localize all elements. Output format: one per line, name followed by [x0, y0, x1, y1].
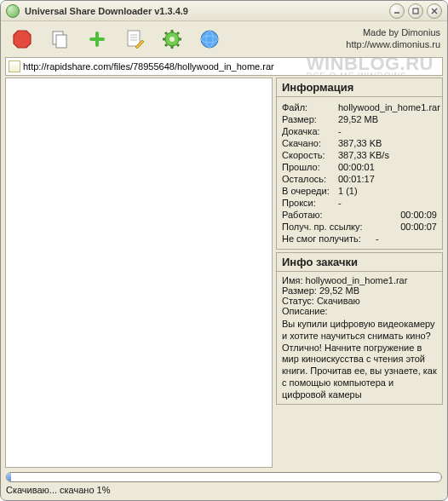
value-resume: -: [338, 126, 437, 136]
right-pane: Информация Файл:hollywood_in_home1.rar Р…: [276, 78, 443, 468]
main-area: Информация Файл:hollywood_in_home1.rar Р…: [5, 78, 443, 468]
watermark-main: WINBLOG.RU: [307, 57, 434, 74]
label-queue: В очереди:: [282, 186, 338, 196]
job-status-value: Скачиваю: [317, 296, 360, 306]
app-window: Universal Share Downloader v1.3.4.9: [0, 0, 448, 501]
label-remaining: Осталось:: [282, 174, 338, 184]
value-working: 00:00:09: [400, 210, 437, 220]
label-failed: Не смог получить:: [282, 233, 376, 244]
job-name-label: Имя:: [282, 275, 302, 285]
value-elapsed: 00:00:01: [338, 162, 437, 172]
label-downloaded: Скачано:: [282, 138, 338, 148]
left-pane[interactable]: [5, 78, 273, 468]
job-size-value: 29,52 MB: [319, 285, 359, 296]
info-panel-body: Файл:hollywood_in_home1.rar Размер:29,52…: [277, 97, 442, 249]
url-entry-text: http://rapidshare.com/files/78955648/hol…: [23, 61, 274, 72]
maximize-icon: [411, 7, 420, 15]
svg-rect-1: [413, 9, 418, 14]
job-panel: Инфо закачки Имя: hollywood_in_home1.rar…: [276, 252, 443, 405]
status-text: Скачиваю... скачано 1%: [6, 485, 442, 495]
web-button[interactable]: [195, 25, 224, 54]
window-title: Universal Share Downloader v1.3.4.9: [25, 6, 386, 16]
document-icon: [9, 60, 20, 72]
svg-line-22: [177, 32, 179, 34]
job-panel-body: Имя: hollywood_in_home1.rar Размер: 29,5…: [277, 272, 442, 404]
author-url[interactable]: http://www.dimonius.ru: [346, 39, 440, 49]
stop-button[interactable]: [8, 25, 37, 54]
close-button[interactable]: [427, 3, 442, 19]
svg-rect-6: [56, 35, 66, 48]
document-pencil-icon: [123, 28, 146, 50]
job-description: Вы купили цифровую видеокамеру и хотите …: [282, 319, 437, 400]
label-elapsed: Прошло:: [282, 162, 338, 172]
svg-rect-8: [89, 37, 105, 41]
label-file: Файл:: [282, 102, 338, 112]
svg-rect-9: [128, 31, 140, 46]
minimize-icon: [393, 7, 401, 15]
value-size: 29,52 MB: [338, 114, 437, 124]
value-queue: 1 (1): [338, 186, 437, 196]
bottom-bar: Скачиваю... скачано 1%: [1, 469, 447, 500]
watermark-sub: ВСЕ О MS WINDOWS: [307, 72, 434, 76]
toolbar: Made by Dimonius http://www.dimonius.ru: [1, 21, 447, 57]
url-list[interactable]: http://rapidshare.com/files/78955648/hol…: [5, 57, 443, 76]
stop-icon: [11, 28, 33, 50]
value-remaining: 00:01:17: [338, 174, 437, 184]
job-status-label: Статус:: [282, 296, 314, 306]
label-proxy: Прокси:: [282, 198, 338, 208]
info-panel-title: Информация: [277, 78, 442, 97]
titlebar: Universal Share Downloader v1.3.4.9: [1, 1, 447, 21]
value-file: hollywood_in_home1.rar: [338, 102, 440, 112]
value-speed: 387,33 KB/s: [338, 150, 437, 160]
label-working: Работаю:: [282, 210, 338, 220]
job-desc-label: Описание:: [282, 306, 328, 316]
svg-line-23: [165, 44, 167, 46]
svg-marker-4: [14, 31, 31, 48]
value-downloaded: 387,33 KB: [338, 138, 437, 148]
minimize-button[interactable]: [389, 3, 405, 19]
edit-list-button[interactable]: [120, 25, 149, 54]
value-failed: -: [376, 233, 437, 244]
label-size: Размер:: [282, 114, 338, 124]
info-panel: Информация Файл:hollywood_in_home1.rar Р…: [276, 78, 443, 250]
svg-line-21: [177, 44, 179, 46]
plus-icon: [86, 28, 108, 50]
maximize-button[interactable]: [408, 3, 423, 19]
made-by-text: Made by Dimonius: [346, 27, 440, 39]
label-speed: Скорость:: [282, 150, 338, 160]
watermark: WINBLOG.RU ВСЕ О MS WINDOWS: [307, 57, 434, 76]
gear-icon: [161, 28, 183, 50]
app-icon: [6, 4, 20, 18]
value-proxy: -: [338, 198, 437, 208]
globe-icon: [198, 28, 221, 50]
close-icon: [430, 7, 439, 15]
credits: Made by Dimonius http://www.dimonius.ru: [346, 27, 440, 51]
label-getlink: Получ. пр. ссылку:: [282, 222, 376, 232]
copy-button[interactable]: [45, 25, 74, 54]
settings-button[interactable]: [158, 25, 187, 54]
svg-point-24: [201, 31, 218, 48]
label-resume: Докачка:: [282, 126, 338, 136]
svg-line-20: [165, 32, 167, 34]
job-name-value: hollywood_in_home1.rar: [306, 275, 408, 285]
value-getlink: 00:00:07: [400, 222, 437, 232]
svg-point-15: [169, 37, 175, 42]
progress-bar: [6, 472, 442, 482]
job-panel-title: Инфо закачки: [277, 253, 442, 272]
progress-fill: [7, 473, 11, 481]
copy-icon: [49, 28, 71, 50]
job-size-label: Размер:: [282, 285, 317, 296]
add-button[interactable]: [83, 25, 112, 54]
